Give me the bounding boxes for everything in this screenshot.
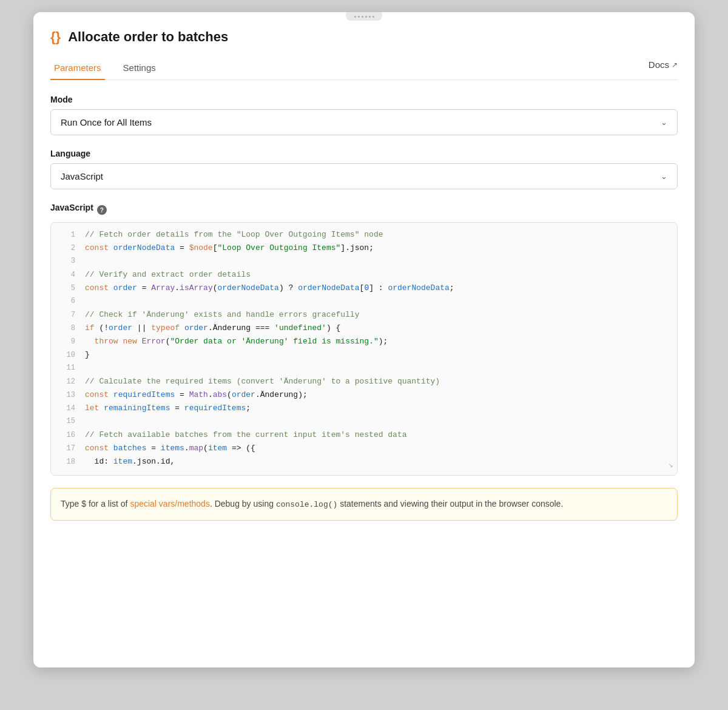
- tab-parameters[interactable]: Parameters: [50, 56, 105, 80]
- hint-special-vars-link[interactable]: special vars/methods: [130, 499, 210, 509]
- code-line: 12 // Calculate the required items (conv…: [51, 376, 677, 389]
- code-editor[interactable]: 1 // Fetch order details from the "Loop …: [50, 222, 678, 476]
- js-field-group: JavaScript ? 1 // Fetch order details fr…: [50, 203, 678, 476]
- node-icon: {}: [50, 29, 61, 45]
- page-title: Allocate order to batches: [68, 29, 228, 45]
- external-link-icon: ↗: [672, 61, 678, 69]
- code-line: 9 throw new Error("Order data or 'Änderu…: [51, 336, 677, 349]
- code-line: 18 id: item.json.id,: [51, 456, 677, 469]
- hint-suffix: . Debug by using: [210, 499, 276, 509]
- mode-label: Mode: [50, 95, 678, 104]
- code-line: 4 // Verify and extract order details: [51, 269, 677, 282]
- hint-console-code: console.log(): [276, 500, 337, 509]
- resize-handle-icon[interactable]: ↘: [669, 458, 673, 472]
- code-line: 2 const orderNodeData = $node["Loop Over…: [51, 242, 677, 255]
- tab-settings[interactable]: Settings: [120, 56, 160, 80]
- panel-content: Mode Run Once for All Items ⌄ Language J…: [33, 80, 695, 535]
- code-line: 17 const batches = items.map(item => ({: [51, 442, 677, 456]
- code-line: 10 }: [51, 349, 677, 362]
- code-line: 11: [51, 362, 677, 376]
- language-select[interactable]: JavaScript ⌄: [50, 163, 678, 189]
- hint-prefix: Type $ for a list of: [61, 499, 130, 509]
- mode-select[interactable]: Run Once for All Items ⌄: [50, 109, 678, 135]
- language-field-group: Language JavaScript ⌄: [50, 149, 678, 189]
- mode-field-group: Mode Run Once for All Items ⌄: [50, 95, 678, 135]
- code-line: 3: [51, 255, 677, 269]
- code-line: 16 // Fetch available batches from the c…: [51, 429, 677, 442]
- language-label: Language: [50, 149, 678, 158]
- tab-bar: Parameters Settings Docs ↗: [50, 56, 678, 80]
- js-label: JavaScript: [50, 203, 93, 212]
- code-line: 7 // Check if 'Änderung' exists and hand…: [51, 309, 677, 322]
- code-line: 13 const requiredItems = Math.abs(order.…: [51, 389, 677, 402]
- code-line: 15: [51, 416, 677, 429]
- language-chevron-down-icon: ⌄: [661, 172, 667, 181]
- main-panel: {} Allocate order to batches Parameters …: [33, 12, 695, 668]
- help-icon[interactable]: ?: [97, 205, 107, 215]
- js-label-row: JavaScript ?: [50, 203, 678, 217]
- mode-value: Run Once for All Items: [61, 117, 152, 127]
- hint-box: Type $ for a list of special vars/method…: [50, 488, 678, 521]
- code-line: 5 const order = Array.isArray(orderNodeD…: [51, 282, 677, 296]
- mode-chevron-down-icon: ⌄: [661, 118, 667, 127]
- hint-suffix2: statements and viewing their output in t…: [337, 499, 563, 509]
- code-line: 1 // Fetch order details from the "Loop …: [51, 229, 677, 242]
- docs-link[interactable]: Docs ↗: [649, 59, 678, 76]
- code-line: 14 let remainingItems = requiredItems;: [51, 402, 677, 416]
- code-line: 8 if (!order || typeof order.Änderung ==…: [51, 322, 677, 336]
- title-row: {} Allocate order to batches: [50, 29, 678, 45]
- code-line: 6: [51, 296, 677, 309]
- drag-handle[interactable]: [346, 12, 382, 21]
- language-value: JavaScript: [61, 171, 103, 181]
- panel-header: {} Allocate order to batches Parameters …: [33, 12, 695, 80]
- code-content: 1 // Fetch order details from the "Loop …: [51, 223, 677, 475]
